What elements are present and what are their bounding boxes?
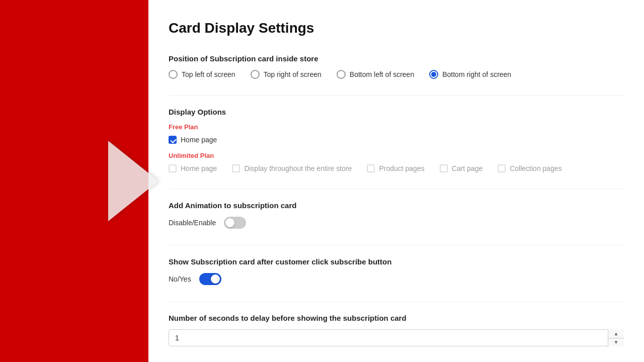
radio-bottom-left[interactable]: Bottom left of screen: [337, 70, 414, 79]
subscribe-toggle[interactable]: [199, 273, 221, 285]
subscribe-toggle-row: No/Yes: [169, 273, 624, 285]
position-section: Position of Subscription card inside sto…: [169, 54, 624, 79]
delay-input-wrapper: ▲ ▼: [169, 329, 624, 346]
animation-section: Add Animation to subscription card Disab…: [169, 201, 624, 229]
free-plan-checkboxes: Home page: [169, 136, 624, 144]
display-options-title: Display Options: [169, 108, 624, 116]
unlimited-plan-label: Unlimited Plan: [169, 152, 624, 159]
position-radio-group: Top left of screen Top right of screen B…: [169, 70, 624, 79]
radio-bottom-right[interactable]: Bottom right of screen: [429, 70, 511, 79]
free-plan-label: Free Plan: [169, 123, 624, 131]
checkbox-unlimited-collection-label: Collection pages: [510, 164, 562, 172]
main-content: Card Display Settings Position of Subscr…: [148, 0, 644, 362]
checkbox-unlimited-home[interactable]: Home page: [169, 164, 217, 172]
radio-top-right-input[interactable]: [251, 70, 260, 79]
animation-section-title: Add Animation to subscription card: [169, 201, 624, 210]
checkbox-unlimited-cart[interactable]: Cart page: [440, 164, 482, 172]
delay-spinners: ▲ ▼: [608, 329, 624, 346]
unlimited-plan-checkboxes: Home page Display throughout the entire …: [169, 164, 624, 172]
checkbox-unlimited-home-input[interactable]: [169, 164, 177, 172]
checkbox-unlimited-entire[interactable]: Display throughout the entire store: [232, 164, 352, 172]
divider-2: [169, 189, 624, 189]
radio-bottom-left-input[interactable]: [337, 70, 346, 79]
sidebar-chevron-icon: [108, 141, 158, 221]
checkbox-unlimited-entire-label: Display throughout the entire store: [244, 164, 352, 172]
radio-top-left[interactable]: Top left of screen: [169, 70, 235, 79]
sidebar: [0, 0, 148, 362]
delay-increment-button[interactable]: ▲: [608, 329, 624, 338]
radio-bottom-left-label: Bottom left of screen: [350, 70, 414, 78]
divider-4: [169, 301, 624, 302]
subscribe-section-title: Show Subscription card after customer cl…: [169, 257, 624, 266]
subscribe-toggle-label: No/Yes: [169, 275, 191, 283]
delay-section-title: Number of seconds to delay before showin…: [169, 314, 624, 322]
divider-3: [169, 245, 624, 245]
checkbox-unlimited-product-label: Product pages: [379, 164, 424, 172]
radio-top-right-label: Top right of screen: [264, 70, 321, 78]
checkbox-unlimited-product[interactable]: Product pages: [367, 164, 424, 172]
delay-input[interactable]: [169, 329, 624, 346]
page-title: Card Display Settings: [169, 20, 624, 36]
delay-decrement-button[interactable]: ▼: [608, 338, 624, 347]
subscribe-toggle-thumb: [211, 275, 220, 284]
checkbox-free-home[interactable]: Home page: [169, 136, 217, 144]
animation-toggle[interactable]: [224, 217, 246, 229]
checkbox-unlimited-collection-input[interactable]: [498, 164, 506, 172]
radio-top-left-input[interactable]: [169, 70, 178, 79]
animation-toggle-label: Disable/Enable: [169, 219, 216, 227]
checkbox-unlimited-entire-input[interactable]: [232, 164, 240, 172]
animation-toggle-row: Disable/Enable: [169, 217, 624, 229]
checkbox-unlimited-cart-input[interactable]: [440, 164, 448, 172]
checkbox-unlimited-cart-label: Cart page: [452, 164, 482, 172]
position-section-title: Position of Subscription card inside sto…: [169, 54, 624, 63]
display-options-section: Display Options Free Plan Home page Unli…: [169, 108, 624, 172]
radio-bottom-right-label: Bottom right of screen: [442, 70, 511, 78]
divider-1: [169, 95, 624, 96]
checkbox-unlimited-home-label: Home page: [181, 164, 217, 172]
checkbox-free-home-input[interactable]: [169, 136, 177, 144]
radio-bottom-right-input[interactable]: [429, 70, 438, 79]
checkbox-unlimited-product-input[interactable]: [367, 164, 375, 172]
checkbox-free-home-label: Home page: [181, 136, 217, 144]
delay-section: Number of seconds to delay before showin…: [169, 314, 624, 346]
radio-top-left-label: Top left of screen: [182, 70, 235, 78]
checkbox-unlimited-collection[interactable]: Collection pages: [498, 164, 562, 172]
radio-top-right[interactable]: Top right of screen: [251, 70, 321, 79]
subscribe-section: Show Subscription card after customer cl…: [169, 257, 624, 285]
